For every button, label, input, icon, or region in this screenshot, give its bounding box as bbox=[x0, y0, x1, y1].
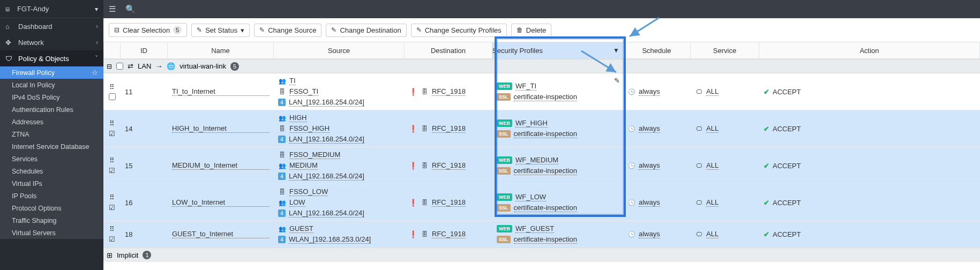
subnav-local-in-policy[interactable]: Local In Policy bbox=[0, 79, 103, 91]
checked-icon[interactable]: ☑ bbox=[109, 204, 115, 212]
subnav-protocol-options[interactable]: Protocol Options bbox=[0, 202, 103, 214]
column-id[interactable]: ID bbox=[121, 42, 168, 59]
filter-icon[interactable]: ▼ bbox=[613, 47, 619, 54]
column-source[interactable]: Source bbox=[274, 42, 405, 59]
host-selector[interactable]: ⧆ FGT-Andy ▾ bbox=[0, 0, 103, 18]
nav-dashboard[interactable]: ⌂Dashboard› bbox=[0, 18, 103, 34]
implicit-label: Implicit bbox=[117, 251, 138, 259]
policy-group-row[interactable]: ⊟ ⇄ LAN → 🌐 virtual-wan-link 5 bbox=[103, 59, 980, 73]
column-name[interactable]: Name bbox=[168, 42, 274, 59]
subnav-virtual-servers[interactable]: Virtual Servers bbox=[0, 227, 103, 239]
warn-icon: ❗ bbox=[409, 162, 417, 170]
nav-policy-objects[interactable]: 🛡Policy & Objects˅ bbox=[0, 50, 103, 66]
policy-row[interactable]: ⠿ ☑ 18 GUEST_to_Internet 👥GUEST4WLAN_[19… bbox=[103, 221, 980, 248]
trash-icon: 🗑 bbox=[517, 26, 523, 34]
subnav-schedules[interactable]: Schedules bbox=[0, 165, 103, 177]
expand-icon[interactable]: ⊞ bbox=[107, 251, 113, 259]
subnav-ip-pools[interactable]: IP Pools bbox=[0, 190, 103, 202]
clear-icon: ⊟ bbox=[114, 26, 119, 34]
source-value: WLAN_[192.168.253.0/24] bbox=[289, 235, 371, 244]
address-icon: 🗄 bbox=[421, 199, 429, 207]
schedule-icon: 🕓 bbox=[627, 162, 635, 170]
subnav-traffic-shaping[interactable]: Traffic Shaping bbox=[0, 214, 103, 227]
source-value: TI bbox=[289, 77, 296, 85]
subnav-authentication-rules[interactable]: Authentication Rules bbox=[0, 103, 103, 116]
subnav-firewall-policy[interactable]: Firewall Policy☆ bbox=[0, 66, 103, 79]
column-action[interactable]: Action bbox=[759, 42, 980, 59]
group-icon: 👥 bbox=[278, 77, 286, 85]
edit-icon[interactable]: ✎ bbox=[614, 77, 620, 85]
source-value: HIGH bbox=[289, 114, 307, 122]
globe-icon: 🌐 bbox=[167, 62, 175, 70]
schedule-value: always bbox=[639, 230, 660, 238]
service-value: ALL bbox=[706, 161, 719, 170]
schedule-value: always bbox=[639, 87, 660, 96]
destination-value: RFC_1918 bbox=[432, 198, 466, 207]
delete-button[interactable]: 🗑 Delete bbox=[511, 24, 552, 37]
policy-row[interactable]: ⠿ ☑ 14 HIGH_to_Internet 👥HIGH🗄FSSO_HIGH4… bbox=[103, 110, 980, 147]
edit-icon: ✎ bbox=[331, 26, 336, 34]
chevron-down-icon: ▾ bbox=[95, 5, 98, 13]
action-value: ACCEPT bbox=[773, 88, 801, 96]
column-destination[interactable]: Destination bbox=[405, 42, 492, 59]
change-destination-button[interactable]: ✎ Change Destination bbox=[326, 24, 406, 37]
schedule-icon: 🕓 bbox=[627, 88, 635, 96]
ssl-tag-icon: SSL bbox=[497, 167, 511, 175]
warn-icon: ❗ bbox=[409, 230, 417, 238]
source-value: LAN_[192.168.254.0/24] bbox=[289, 135, 364, 144]
group-icon: 👥 bbox=[278, 199, 286, 207]
column-service[interactable]: Service bbox=[691, 42, 759, 59]
warn-icon: ❗ bbox=[409, 125, 417, 133]
subnav-virtual-ips[interactable]: Virtual IPs bbox=[0, 177, 103, 190]
checked-icon[interactable]: ☑ bbox=[109, 167, 115, 175]
web-tag-icon: WEB bbox=[497, 82, 512, 90]
group-icon: 👥 bbox=[278, 162, 286, 170]
checked-icon[interactable]: ☑ bbox=[109, 235, 115, 243]
set-status-button[interactable]: ✎ Set Status ▾ bbox=[191, 24, 250, 37]
policy-row[interactable]: ⠿ 11 TI_to_Internet 👥TI🗄FSSO_TI4LAN_[192… bbox=[103, 73, 980, 110]
subnav-addresses[interactable]: Addresses bbox=[0, 116, 103, 128]
source-value: FSSO_TI bbox=[289, 87, 318, 96]
subnav-ztna[interactable]: ZTNA bbox=[0, 128, 103, 140]
web-tag-icon: WEB bbox=[497, 119, 512, 127]
interface-badge-icon: 4 bbox=[278, 236, 286, 243]
checked-icon[interactable]: ☑ bbox=[109, 130, 115, 138]
subnav-internet-service-database[interactable]: Internet Service Database bbox=[0, 140, 103, 153]
schedule-value: always bbox=[639, 161, 660, 170]
policy-id: 14 bbox=[121, 110, 168, 147]
address-icon: 🗄 bbox=[421, 125, 429, 133]
action-value: ACCEPT bbox=[773, 162, 801, 170]
change-security-profiles-button[interactable]: ✎ Change Security Profiles bbox=[411, 24, 507, 37]
search-icon[interactable]: 🔍 bbox=[125, 4, 136, 14]
policy-row[interactable]: ⠿ ☑ 15 MEDIUM_to_Internet 🗄FSSO_MEDIUM👥M… bbox=[103, 147, 980, 184]
group-checkbox[interactable] bbox=[116, 63, 123, 70]
row-checkbox[interactable] bbox=[109, 93, 116, 100]
collapse-icon[interactable]: ⊟ bbox=[107, 63, 112, 70]
web-tag-icon: WEB bbox=[497, 225, 512, 232]
policy-row[interactable]: ⠿ ☑ 16 LOW_to_Internet 🗄FSSO_LOW👥LOW4LAN… bbox=[103, 184, 980, 221]
interface-badge-icon: 4 bbox=[278, 209, 286, 217]
source-value: LAN_[192.168.254.0/24] bbox=[289, 172, 364, 181]
source-value: FSSO_MEDIUM bbox=[289, 151, 340, 159]
security-profile-value: WF_MEDIUM bbox=[515, 156, 558, 164]
accept-icon: ✔ bbox=[764, 230, 769, 238]
clear-selection-button[interactable]: ⊟ Clear Selection 5 bbox=[109, 23, 187, 37]
star-icon[interactable]: ☆ bbox=[92, 69, 98, 77]
policy-name: HIGH_to_Internet bbox=[172, 124, 270, 133]
hamburger-icon[interactable]: ☰ bbox=[109, 4, 116, 14]
implicit-group-row[interactable]: ⊞ Implicit 1 bbox=[103, 248, 980, 262]
source-value: FSSO_HIGH bbox=[289, 124, 330, 133]
arrow-icon: → bbox=[155, 62, 162, 70]
change-source-button[interactable]: ✎ Change Source bbox=[254, 24, 321, 37]
nav-network[interactable]: ✥Network› bbox=[0, 34, 103, 50]
column-security-profiles[interactable]: Security Profiles ▼ bbox=[492, 42, 623, 59]
group-to: virtual-wan-link bbox=[179, 62, 226, 70]
schedule-icon: 🕓 bbox=[627, 230, 635, 238]
subnav-ipv-dos-policy[interactable]: IPv4 DoS Policy bbox=[0, 91, 103, 103]
clear-label: Clear Selection bbox=[123, 26, 170, 34]
subnav-services[interactable]: Services bbox=[0, 153, 103, 165]
column-schedule[interactable]: Schedule bbox=[623, 42, 691, 59]
policy-name: MEDIUM_to_Internet bbox=[172, 161, 270, 170]
source-value: FSSO_LOW bbox=[289, 188, 328, 196]
service-value: ALL bbox=[706, 230, 719, 238]
